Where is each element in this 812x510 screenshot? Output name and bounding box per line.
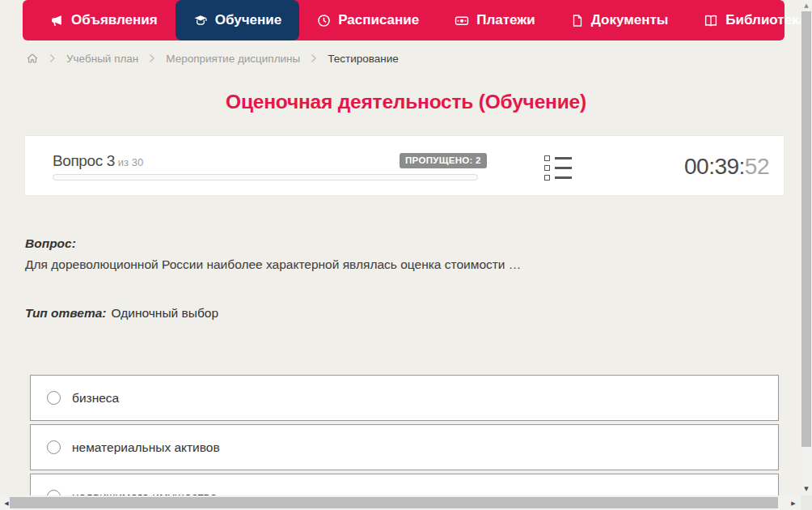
answer-type-line: Тип ответа:Одиночный выбор [25, 306, 218, 321]
question-label: Вопрос: [25, 236, 76, 251]
vertical-scrollbar[interactable]: ▲ ▼ [801, 0, 812, 495]
timer-seconds: 52 [745, 154, 769, 179]
nav-item-learning[interactable]: Обучение [176, 0, 299, 40]
nav-item-library[interactable]: Библиотека [686, 0, 812, 40]
document-icon [571, 14, 584, 28]
progress-bar [53, 174, 478, 181]
scroll-up-arrow-icon[interactable]: ▲ [801, 2, 812, 10]
home-icon[interactable] [26, 52, 39, 65]
nav-item-label: Библиотека [725, 12, 806, 28]
question-list-icon[interactable] [544, 155, 572, 181]
answer-label: нематериальных активов [72, 440, 220, 455]
graduation-cap-icon [193, 14, 208, 28]
main-nav: Объявления Обучение Расписание Платежи Д… [23, 0, 785, 40]
nav-item-label: Документы [591, 12, 669, 28]
radio-button[interactable] [47, 440, 61, 454]
page: Объявления Обучение Расписание Платежи Д… [0, 0, 812, 510]
horizontal-scrollbar-thumb[interactable] [10, 497, 778, 508]
chevron-right-icon [311, 53, 317, 63]
breadcrumb-link-curriculum[interactable]: Учебный план [66, 53, 138, 65]
list-row [544, 155, 572, 161]
skipped-badge: ПРОПУЩЕНО: 2 [400, 153, 487, 168]
breadcrumb-current-testing: Тестирование [328, 53, 399, 65]
chevron-right-icon [49, 53, 56, 63]
question-number: Вопрос 3из 30 [53, 152, 143, 170]
chevron-right-icon [149, 53, 155, 63]
timer: 00:39:52 [684, 154, 769, 180]
nav-item-documents[interactable]: Документы [553, 0, 687, 40]
nav-item-label: Объявления [71, 12, 158, 28]
timer-hours-minutes: 00:39: [684, 154, 745, 179]
list-row [544, 165, 572, 171]
breadcrumb: Учебный план Мероприятие дисциплины Тест… [26, 49, 399, 67]
scroll-down-arrow-icon[interactable]: ▼ [801, 485, 812, 493]
nav-item-schedule[interactable]: Расписание [299, 0, 437, 40]
answer-option-2[interactable]: нематериальных активов [30, 424, 779, 470]
list-row [544, 175, 572, 181]
vertical-scrollbar-thumb[interactable] [801, 11, 811, 447]
nav-item-payments[interactable]: Платежи [437, 0, 553, 40]
answer-option-1[interactable]: бизнеса [30, 375, 779, 421]
answer-label: бизнеса [72, 391, 119, 406]
question-panel: Вопрос 3из 30 ПРОПУЩЕНО: 2 00:39:52 [24, 135, 785, 196]
scroll-right-arrow-icon[interactable]: ▶ [788, 499, 799, 508]
book-icon [704, 14, 718, 28]
nav-item-label: Расписание [338, 12, 419, 28]
answer-type-label: Тип ответа: [25, 306, 107, 320]
banknote-icon [455, 14, 469, 28]
scrollbar-corner [801, 495, 812, 510]
megaphone-icon [50, 14, 64, 28]
clock-icon [317, 14, 331, 28]
question-total-label: из 30 [118, 156, 143, 168]
horizontal-scrollbar[interactable]: ◀ ▶ [0, 495, 801, 510]
question-number-label: Вопрос 3 [53, 152, 115, 169]
radio-button[interactable] [47, 391, 61, 405]
nav-item-announcements[interactable]: Объявления [32, 0, 176, 40]
nav-item-label: Платежи [476, 12, 535, 28]
nav-item-label: Обучение [215, 12, 281, 28]
question-text: Для дореволюционной России наиболее хара… [25, 257, 521, 272]
page-title: Оценочная деятельность (Обучение) [0, 91, 812, 113]
answer-type-value: Одиночный выбор [112, 306, 219, 320]
breadcrumb-link-discipline-event[interactable]: Мероприятие дисциплины [166, 53, 300, 65]
